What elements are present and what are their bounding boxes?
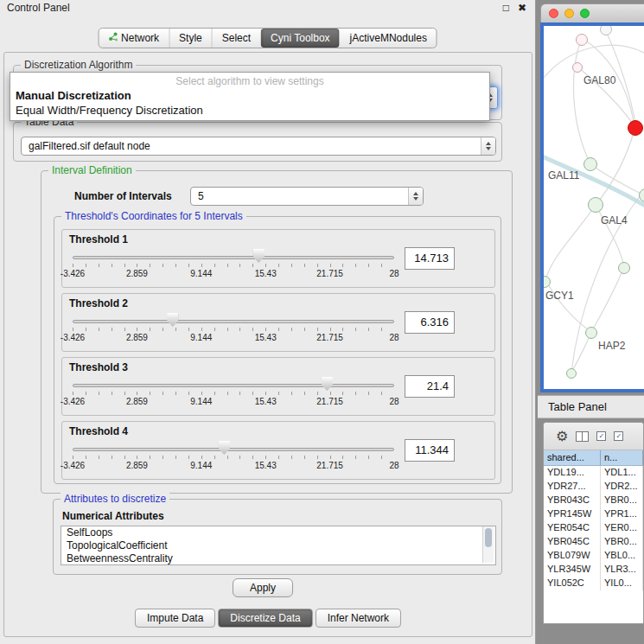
threshold-slider[interactable]: -3.426 2.859 9.144 15.43 21.715 28 [73, 311, 394, 351]
table-row[interactable]: YIL052CYIL0... [544, 577, 643, 590]
table-cell: YDR2... [601, 480, 643, 494]
tick-label: 9.144 [190, 461, 212, 470]
table-row[interactable]: YBL079WYBL0... [544, 549, 643, 563]
threshold-label: Threshold 3 [69, 361, 128, 373]
table-cell: YBL079W [544, 549, 601, 563]
minimize-traffic-light-icon[interactable] [564, 9, 574, 18]
threshold-value-field[interactable]: 14.713 [405, 247, 455, 270]
list-item[interactable]: TopologicalCoefficient [61, 539, 495, 552]
control-panel-tabbar: Network Style Select Cyni Toolbox jActiv… [98, 28, 437, 48]
scrollbar-thumb[interactable] [485, 528, 492, 547]
tab-network-label: Network [121, 32, 159, 44]
slider-thumb[interactable] [219, 441, 230, 455]
table-row[interactable]: YDR27...YDR2... [544, 480, 643, 494]
table-panel-titlebar[interactable]: Table Panel [538, 395, 644, 418]
tab-cyni-toolbox[interactable]: Cyni Toolbox [260, 29, 339, 48]
slider-tick-labels: -3.426 2.859 9.144 15.43 21.715 28 [73, 269, 394, 279]
list-item[interactable]: BetweennessCentrality [61, 552, 495, 565]
table-data-combobox-value: galFiltered.sif default node [29, 140, 481, 152]
slider-track [73, 256, 394, 259]
number-of-intervals-label: Number of Intervals [74, 190, 172, 202]
table-header-row: shared... n... [544, 450, 643, 466]
threshold-slider[interactable]: -3.426 2.859 9.144 15.43 21.715 28 [73, 247, 394, 287]
tick-label: 2.859 [126, 461, 148, 470]
threshold-panel: Threshold 4 -3.426 2.859 9.144 15.43 21.… [61, 421, 495, 480]
tick-label: 15.43 [255, 461, 277, 470]
attributes-group-label: Attributes to discretize [61, 493, 169, 505]
network-node[interactable] [588, 197, 603, 213]
option-manual-discretization[interactable]: Manual Discretization [10, 88, 489, 103]
table-row[interactable]: YLR345WYLR3... [544, 563, 643, 577]
table-cell: YIL0... [601, 577, 643, 590]
tab-select[interactable]: Select [212, 29, 260, 48]
algorithm-placeholder-option: Select algorithm to view settings [10, 74, 489, 88]
table-row[interactable]: YDL19...YDL1... [544, 466, 643, 480]
slider-thumb[interactable] [253, 249, 265, 263]
tab-discretize-data[interactable]: Discretize Data [218, 609, 312, 628]
network-node[interactable] [566, 368, 577, 379]
close-traffic-light-icon[interactable] [549, 9, 558, 18]
list-scrollbar[interactable] [482, 526, 494, 563]
tab-impute-data[interactable]: Impute Data [135, 609, 215, 628]
interval-definition-group-label: Interval Definition [48, 164, 136, 176]
network-node[interactable] [628, 120, 643, 136]
network-node[interactable] [576, 34, 588, 46]
table-cell: YLR345W [544, 563, 601, 577]
close-icon[interactable]: ✖ [518, 0, 526, 16]
slider-track [73, 384, 394, 387]
slider-thumb[interactable] [322, 377, 333, 391]
thresholds-coordinates-group-label: Threshold's Coordinates for 5 Intervals [61, 210, 246, 222]
control-panel-titlebar: Control Panel □ ✖ [0, 0, 535, 16]
table-row[interactable]: YER054CYER0... [544, 521, 643, 535]
network-node[interactable] [572, 62, 583, 73]
numerical-attributes-list[interactable]: SelfLoopsTopologicalCoefficientBetweenne… [61, 526, 496, 565]
zoom-traffic-light-icon[interactable] [580, 9, 590, 18]
tab-network[interactable]: Network [99, 29, 169, 48]
tick-label: 9.144 [190, 333, 212, 342]
tab-style-label: Style [179, 32, 202, 44]
option-equal-width-frequency[interactable]: Equal Width/Frequency Discretization [10, 103, 489, 118]
slider-tick-labels: -3.426 2.859 9.144 15.43 21.715 28 [73, 397, 394, 407]
network-view-frame: GAL80GAL11GAL4GCY1HAP2 [540, 22, 644, 392]
column-header-shared-name[interactable]: shared... [544, 450, 601, 465]
slider-tick-marks [73, 328, 394, 331]
tick-label: 2.859 [126, 269, 148, 278]
tab-jactivemodules[interactable]: jActiveMNodules [340, 29, 437, 48]
attributes-to-discretize-group: Attributes to discretize Numerical Attri… [53, 499, 502, 575]
apply-button[interactable]: Apply [233, 578, 293, 597]
column-header-name[interactable]: n... [601, 450, 643, 465]
tick-label: 15.43 [255, 269, 277, 278]
table-row[interactable]: YBR043CYBR0... [544, 494, 643, 507]
network-node[interactable] [585, 327, 597, 339]
gear-icon[interactable]: ⚙ [556, 430, 568, 443]
table-row[interactable]: YPR145WYPR1... [544, 507, 643, 521]
slider-thumb[interactable] [167, 313, 178, 327]
threshold-value-field[interactable]: 11.344 [405, 439, 455, 462]
tab-infer-network[interactable]: Infer Network [316, 609, 401, 628]
table-cell: YPR1... [601, 507, 643, 521]
threshold-value-field[interactable]: 6.316 [405, 311, 455, 334]
show-columns-icon[interactable] [576, 431, 589, 442]
network-canvas[interactable]: GAL80GAL11GAL4GCY1HAP2 [544, 26, 644, 389]
network-node[interactable] [583, 157, 597, 171]
network-node[interactable] [600, 23, 612, 35]
checkbox-icon[interactable]: ✓ [596, 431, 606, 441]
threshold-slider[interactable]: -3.426 2.859 9.144 15.43 21.715 28 [73, 439, 394, 479]
network-window-titlebar[interactable] [540, 3, 644, 22]
list-item[interactable]: SelfLoops [61, 526, 495, 539]
table-cell: YDL1... [601, 466, 643, 480]
float-window-icon[interactable]: □ [503, 0, 509, 16]
node-label: HAP2 [598, 340, 625, 352]
cyni-toolbox-panel: Discretization Algorithm Select algorith… [3, 52, 532, 637]
table-toolbar: ⚙ ✓ ✓ [544, 423, 643, 450]
tab-style[interactable]: Style [169, 29, 212, 48]
tick-label: -3.426 [61, 397, 85, 406]
checkbox-icon[interactable]: ✓ [614, 431, 623, 441]
threshold-value-field[interactable]: 21.4 [405, 375, 455, 398]
threshold-slider[interactable]: -3.426 2.859 9.144 15.43 21.715 28 [73, 375, 394, 415]
network-node[interactable] [618, 262, 630, 274]
number-of-intervals-combobox[interactable]: 5 [190, 187, 424, 206]
table-data-combobox[interactable]: galFiltered.sif default node [21, 137, 496, 156]
table-row[interactable]: YBR045CYBR0... [544, 535, 643, 549]
control-panel: Control Panel □ ✖ Network Style Select C… [0, 0, 536, 644]
